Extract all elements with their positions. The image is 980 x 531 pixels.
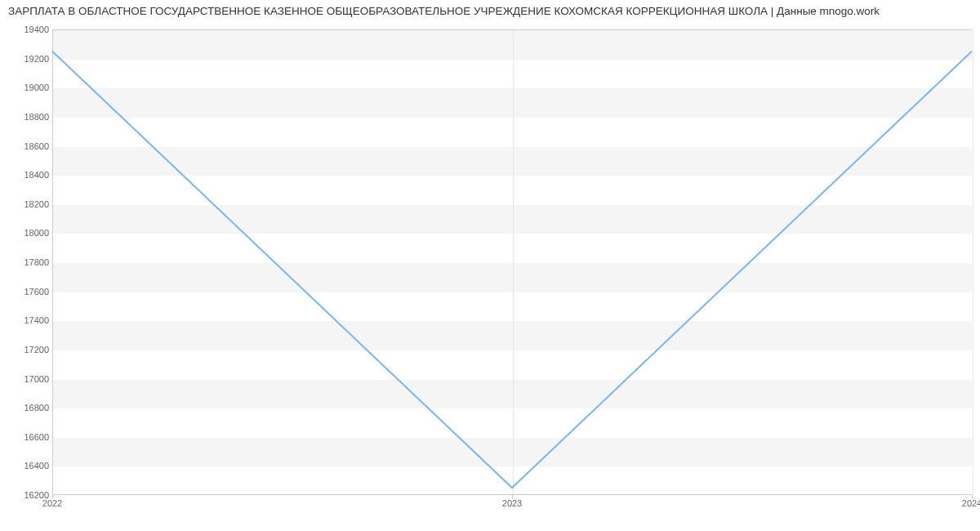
y-tick-label: 18800	[8, 112, 49, 122]
y-tick-label: 16400	[8, 461, 49, 471]
y-tick-label: 17000	[8, 374, 49, 384]
chart-title: ЗАРПЛАТА В ОБЛАСТНОЕ ГОСУДАРСТВЕННОЕ КАЗ…	[8, 5, 880, 17]
y-tick-label: 19000	[8, 83, 49, 92]
y-tick-label: 18600	[8, 141, 49, 151]
y-tick-label: 18400	[8, 170, 49, 180]
chart-container: ЗАРПЛАТА В ОБЛАСТНОЕ ГОСУДАРСТВЕННОЕ КАЗ…	[0, 0, 980, 531]
y-tick-label: 18000	[8, 228, 49, 238]
y-tick-label: 17400	[8, 315, 49, 325]
y-tick-label: 18200	[8, 199, 49, 209]
y-tick-label: 16600	[8, 432, 49, 442]
x-tick-label: 2024	[962, 498, 980, 508]
y-tick-label: 19400	[8, 25, 49, 34]
series-polyline	[52, 51, 972, 488]
y-tick-label: 17800	[8, 257, 49, 267]
x-tick-label: 2023	[502, 498, 522, 508]
y-tick-label: 19200	[8, 54, 49, 64]
vertical-gridline	[973, 30, 973, 494]
y-tick-label: 17600	[8, 287, 49, 297]
y-tick-label: 16800	[8, 403, 49, 413]
chart-line-series	[52, 29, 972, 495]
y-tick-label: 17200	[8, 345, 49, 355]
x-tick-label: 2022	[42, 498, 62, 508]
